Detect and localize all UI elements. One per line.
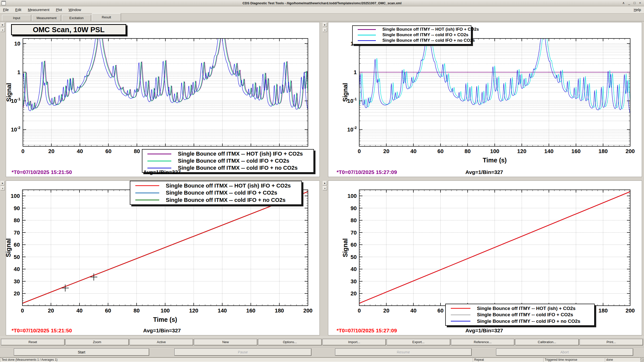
menu-window[interactable]: Window [68, 8, 81, 12]
plot-canvas-top-left[interactable]: Signal02040608010012014016018020010110-1… [6, 22, 320, 177]
minimize-icon[interactable]: _ [628, 1, 630, 6]
tab-excitation[interactable]: Excitation [62, 15, 91, 21]
legend-entry: Single Bounce off ITMY -- HOT (ish) IFO … [353, 27, 471, 32]
legend-entry: Single Bounce off ITMX -- cold IFO + no … [130, 197, 301, 203]
svg-text:40: 40 [76, 307, 83, 314]
plot-title: OMC Scan, 10W PSL [11, 24, 126, 35]
svg-text:80: 80 [465, 148, 471, 154]
svg-text:80: 80 [351, 217, 357, 223]
svg-text:180: 180 [275, 307, 284, 314]
svg-text:0: 0 [21, 148, 24, 154]
plot-canvas-bottom-left[interactable]: SignalTime (s)02040608010012014016018020… [6, 180, 320, 335]
svg-text:100: 100 [347, 193, 357, 199]
pane-arrow-right-button[interactable]: ▶ [1, 23, 5, 27]
options-button[interactable]: Options... [258, 339, 322, 345]
menu-plot[interactable]: Plot [56, 8, 62, 12]
svg-text:Signal: Signal [342, 238, 349, 257]
pane-arrow-up-button[interactable]: ▲ [323, 28, 327, 32]
legend-line-swatch [358, 40, 376, 41]
pause-button[interactable]: Pause [174, 348, 311, 356]
legend-line-swatch [358, 29, 376, 30]
svg-text:20: 20 [383, 148, 389, 154]
svg-text:100: 100 [490, 148, 499, 154]
export-button[interactable]: Export... [387, 339, 450, 345]
pane-arrow-right-button[interactable]: ▶ [323, 23, 327, 27]
legend-entry: Single Bounce off ITMY -- cold IFO + no … [446, 319, 594, 324]
svg-text:60: 60 [105, 148, 111, 154]
plot-canvas-bottom-right[interactable]: Signal0204060801001201401601802002030405… [328, 180, 642, 335]
new-button[interactable]: New [194, 339, 258, 345]
legend-series-label: Single Bounce off ITMX -- HOT (ish) IFO … [178, 151, 303, 157]
legend-series-label: Single Bounce off ITMX -- cold IFO + CO2… [166, 190, 277, 196]
menu-file[interactable]: File [3, 8, 9, 12]
maximize-icon[interactable]: □ [634, 1, 636, 6]
tab-result[interactable]: Result [92, 13, 121, 21]
close-icon[interactable]: × [639, 1, 641, 6]
svg-text:180: 180 [598, 148, 608, 154]
svg-text:60: 60 [351, 242, 357, 248]
t0-timestamp: *T0=07/10/2025 15:21:50 [12, 169, 72, 175]
t0-timestamp: *T0=07/10/2025 15:21:50 [12, 328, 72, 334]
svg-text:Time (s): Time (s) [483, 157, 507, 164]
avg-bin-label: Avg=1/Bin=327 [465, 169, 503, 175]
legend-series-label: Single Bounce off ITMX -- cold IFO + no … [178, 165, 298, 171]
svg-text:40: 40 [14, 266, 20, 272]
legend-line-swatch [358, 35, 376, 35]
start-button[interactable]: Start [14, 348, 149, 356]
tab-measurement[interactable]: Measurement [32, 15, 61, 21]
tab-input[interactable]: Input [2, 15, 31, 21]
transport-bar: Start Pause Resume Abort [0, 347, 644, 357]
legend-entry: Single Bounce off ITMY -- HOT (ish) + CO… [446, 306, 594, 311]
legend-line-swatch [451, 308, 470, 309]
pane-arrow-up-button[interactable]: ▲ [323, 186, 327, 190]
svg-text:20: 20 [351, 290, 357, 297]
plot-canvas-top-right[interactable]: SignalTime (s)02040608010012014016018020… [328, 22, 642, 177]
reference-button[interactable]: Reference... [451, 339, 515, 345]
svg-text:140: 140 [218, 307, 227, 314]
menu-measurement[interactable]: Measurement [28, 8, 50, 12]
import-button[interactable]: Import... [323, 339, 386, 345]
svg-text:10-2: 10-2 [347, 125, 357, 133]
active-button[interactable]: Active [130, 339, 193, 345]
svg-text:20: 20 [48, 148, 54, 154]
reset-button[interactable]: Reset [1, 339, 65, 345]
shade-icon[interactable]: ∧ [622, 1, 625, 6]
svg-text:200: 200 [626, 148, 635, 154]
svg-text:10-1: 10-1 [347, 97, 357, 104]
calibration-button[interactable]: Calibration... [515, 339, 579, 345]
svg-text:90: 90 [14, 205, 20, 211]
legend-line-swatch [147, 154, 171, 154]
resize-grip[interactable] [640, 357, 644, 362]
pane-buttons: ▶▲ [1, 180, 6, 335]
menu-help[interactable]: Help [634, 8, 641, 12]
svg-text:50: 50 [351, 254, 357, 260]
legend-line-swatch [135, 193, 159, 193]
plot-panel-top-left: ▶▲Signal02040608010012014016018020010110… [1, 22, 320, 177]
legend-entry: Single Bounce off ITMX -- HOT (ish) IFO … [142, 151, 313, 157]
menu-edit[interactable]: Edit [15, 8, 21, 12]
title-bar: CDS Diagnostic Test Tools - /ligo/home/m… [0, 0, 644, 6]
menu-bar: File Edit Measurement Plot Window Help [0, 6, 644, 14]
legend-series-label: Single Bounce off ITMY -- HOT (ish) IFO … [382, 27, 479, 32]
svg-text:80: 80 [134, 148, 140, 154]
legend-series-label: Single Bounce off ITMY -- HOT (ish) + CO… [477, 306, 576, 311]
pane-arrow-right-button[interactable]: ▶ [1, 181, 5, 185]
legend-entry: Single Bounce off ITMX -- cold IFO + CO2… [130, 190, 301, 196]
avg-bin-label: Avg=1/Bin=327 [143, 328, 181, 334]
legend-line-swatch [451, 314, 470, 315]
legend-series-label: Single Bounce off ITMY -- cold IFO + CO2… [477, 312, 573, 318]
legend-line-swatch [147, 161, 171, 161]
svg-text:140: 140 [544, 148, 554, 154]
resume-button[interactable]: Resume [335, 348, 472, 356]
svg-text:10-1: 10-1 [11, 97, 20, 104]
svg-text:100: 100 [160, 307, 170, 314]
abort-button[interactable]: Abort [496, 348, 633, 356]
svg-text:120: 120 [517, 148, 527, 154]
pane-buttons: ▶▲ [323, 180, 328, 335]
pane-arrow-right-button[interactable]: ▶ [323, 181, 327, 185]
pane-arrow-up-button[interactable]: ▲ [1, 186, 5, 190]
status-bar: Test done (Measurements 1 / Averages 1) … [0, 357, 644, 362]
print-button[interactable]: Print... [580, 339, 643, 345]
zoom-button[interactable]: Zoom [65, 339, 129, 345]
pane-arrow-up-button[interactable]: ▲ [1, 28, 5, 32]
